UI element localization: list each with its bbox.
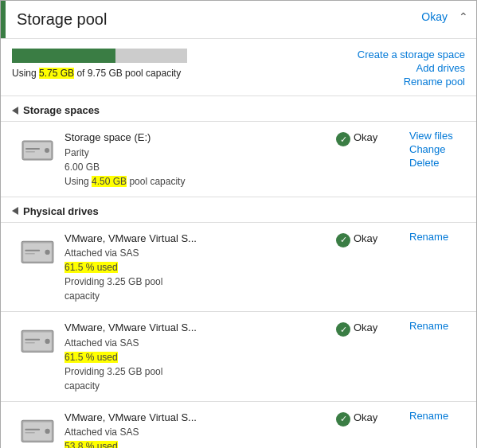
header-status[interactable]: Okay <box>410 1 459 38</box>
drive-usage-1: 61.5 % used <box>65 260 326 275</box>
physical-drive-details-3: VMware, VMware Virtual S... Attached via… <box>65 410 326 449</box>
usage-highlight: 4.50 GB <box>92 176 127 187</box>
pool-used-highlight: 5.75 GB <box>39 68 74 79</box>
drive-status-ok-icon-3: ✓ <box>336 412 350 427</box>
storage-space-name: Storage space (E:) <box>65 130 326 146</box>
create-storage-space-link[interactable]: Create a storage space <box>358 49 465 60</box>
physical-drive-details-1: VMware, VMware Virtual S... Attached via… <box>65 231 326 304</box>
drive-name-3: VMware, VMware Virtual S... <box>65 410 326 426</box>
drive-actions-3: Rename <box>409 410 465 422</box>
pool-total: 9.75 GB pool capacity <box>88 68 181 79</box>
svg-rect-14 <box>25 342 35 344</box>
status-ok-icon: ✓ <box>336 132 350 146</box>
pool-progress-bar <box>12 49 187 63</box>
svg-rect-9 <box>25 253 35 255</box>
drive-status-label-2: Okay <box>354 321 377 333</box>
status-label: Okay <box>354 131 377 143</box>
drive-actions-1: Rename <box>409 231 465 243</box>
drive-attached-2: Attached via SAS <box>65 336 326 350</box>
pool-caption-mid: of <box>74 68 88 79</box>
svg-point-12 <box>45 339 49 344</box>
collapse-triangle-icon-2 <box>12 207 18 215</box>
rename-drive-link-3[interactable]: Rename <box>409 410 448 422</box>
drive-name-1: VMware, VMware Virtual S... <box>65 231 326 247</box>
drive-status-label-1: Okay <box>354 232 377 244</box>
drive-capacity-1: capacity <box>65 289 326 303</box>
storage-space-details: Storage space (E:) Parity 6.00 GB Using … <box>65 130 326 189</box>
drive-usage-3: 53.8 % used <box>65 439 326 448</box>
drive-providing-1: Providing 3.25 GB pool <box>65 275 326 289</box>
storage-space-usage: Using 4.50 GB pool capacity <box>65 174 326 189</box>
drive-name-2: VMware, VMware Virtual S... <box>65 320 326 336</box>
physical-drive-icon-1 <box>20 231 55 274</box>
storage-space-size: 6.00 GB <box>65 160 326 174</box>
physical-drive-item-2: VMware, VMware Virtual S... Attached via… <box>1 312 476 402</box>
pool-bar-section: Using 5.75 GB of 9.75 GB pool capacity <box>12 49 342 88</box>
drive-attached-1: Attached via SAS <box>65 246 326 260</box>
rename-drive-link-2[interactable]: Rename <box>409 320 448 332</box>
drive-usage-highlight-2: 61.5 % used <box>65 352 118 363</box>
svg-rect-13 <box>25 339 40 341</box>
physical-drive-item-3: VMware, VMware Virtual S... Attached via… <box>1 402 476 449</box>
svg-rect-4 <box>25 151 35 153</box>
physical-drive-icon-2 <box>20 320 55 363</box>
svg-rect-18 <box>25 428 40 430</box>
header: Storage pool Okay ⌃ <box>1 1 476 39</box>
storage-space-drive-icon <box>20 133 55 168</box>
drive-usage-2: 61.5 % used <box>65 350 326 364</box>
drive-capacity-2: capacity <box>65 379 326 393</box>
svg-point-17 <box>45 428 49 433</box>
drive-status-1: ✓ Okay <box>336 231 400 247</box>
physical-drives-label: Physical drives <box>23 205 99 217</box>
drive-actions-2: Rename <box>409 320 465 332</box>
drive-attached-3: Attached via SAS <box>65 425 326 439</box>
drive-status-3: ✓ Okay <box>336 410 400 427</box>
physical-drives-section-header[interactable]: Physical drives <box>1 197 476 223</box>
drive-providing-2: Providing 3.25 GB pool <box>65 364 326 379</box>
drive-status-label-3: Okay <box>354 411 377 423</box>
chevron-up-icon[interactable]: ⌃ <box>459 1 476 38</box>
pool-area: Using 5.75 GB of 9.75 GB pool capacity C… <box>1 39 476 96</box>
view-files-link[interactable]: View files <box>409 130 453 142</box>
rename-drive-link-1[interactable]: Rename <box>409 231 448 243</box>
physical-drive-item-1: VMware, VMware Virtual S... Attached via… <box>1 223 476 313</box>
svg-rect-8 <box>25 249 40 251</box>
storage-spaces-section-header[interactable]: Storage spaces <box>1 96 476 122</box>
pool-progress-used <box>12 49 115 63</box>
physical-drive-icon-3 <box>20 410 55 449</box>
pool-caption-prefix: Using <box>12 68 39 79</box>
svg-rect-19 <box>25 432 35 434</box>
physical-drive-details-2: VMware, VMware Virtual S... Attached via… <box>65 320 326 393</box>
page-title: Storage pool <box>6 1 410 38</box>
storage-spaces-label: Storage spaces <box>23 104 100 116</box>
storage-space-status: ✓ Okay <box>336 130 400 146</box>
usage-prefix: Using <box>65 176 92 187</box>
drive-usage-highlight-1: 61.5 % used <box>65 262 118 273</box>
svg-point-2 <box>45 148 49 153</box>
storage-space-item: Storage space (E:) Parity 6.00 GB Using … <box>1 122 476 197</box>
add-drives-link[interactable]: Add drives <box>416 62 465 74</box>
pool-caption: Using 5.75 GB of 9.75 GB pool capacity <box>12 68 342 79</box>
change-link[interactable]: Change <box>409 143 446 155</box>
collapse-triangle-icon <box>12 107 18 115</box>
drive-status-2: ✓ Okay <box>336 320 400 337</box>
drive-status-ok-icon-2: ✓ <box>336 322 350 337</box>
drive-status-ok-icon-1: ✓ <box>336 233 350 247</box>
storage-space-actions: View files Change Delete <box>409 130 465 169</box>
storage-space-parity: Parity <box>65 146 326 160</box>
pool-links: Create a storage space Add drives Rename… <box>358 49 465 88</box>
rename-pool-link[interactable]: Rename pool <box>404 76 465 88</box>
usage-suffix: pool capacity <box>127 176 185 187</box>
svg-rect-3 <box>25 148 40 150</box>
drive-usage-highlight-3: 53.8 % used <box>65 441 118 448</box>
delete-link[interactable]: Delete <box>409 157 440 169</box>
svg-point-7 <box>45 249 49 254</box>
